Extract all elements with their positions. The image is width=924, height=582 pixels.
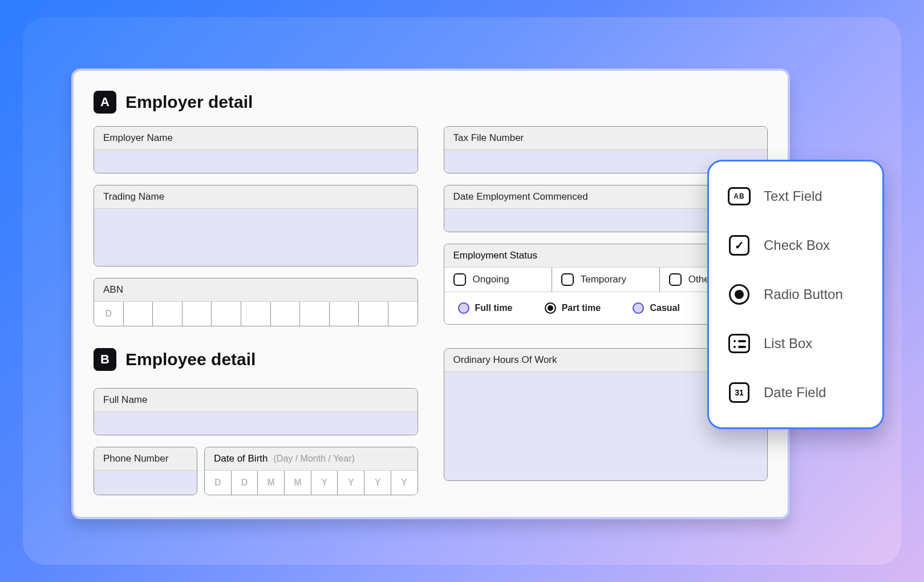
date-field-icon: 31 <box>727 381 751 405</box>
phone-input[interactable] <box>94 471 197 495</box>
phone-label: Phone Number <box>94 447 197 471</box>
section-b-badge: B <box>94 348 116 371</box>
dob-cell[interactable]: D <box>232 471 258 495</box>
menu-label: Date Field <box>764 385 826 401</box>
dob-cell[interactable]: Y <box>364 471 391 495</box>
abn-cell[interactable]: D <box>94 302 124 326</box>
section-a-title: Employer detail <box>125 92 253 112</box>
abn-cell[interactable] <box>153 302 183 326</box>
dob-cell[interactable]: M <box>285 471 311 495</box>
radio-label: Part time <box>562 303 601 313</box>
abn-cell[interactable] <box>388 302 418 326</box>
abn-cell[interactable] <box>359 302 388 326</box>
dob-label: Date of Birth <box>214 453 268 464</box>
trading-name-input[interactable] <box>94 209 418 266</box>
employer-name-input[interactable] <box>94 150 418 173</box>
abn-cell[interactable] <box>212 302 241 326</box>
section-a-badge: A <box>94 91 116 114</box>
abn-cell[interactable] <box>300 302 330 326</box>
abn-field: ABN D <box>94 278 418 326</box>
menu-label: Check Box <box>764 237 830 253</box>
status-radio-fulltime[interactable]: Full time <box>458 302 513 314</box>
dob-cell[interactable]: Y <box>338 471 364 495</box>
phone-field: Phone Number <box>94 447 197 495</box>
abn-cell[interactable] <box>241 302 271 326</box>
menu-item-text-field[interactable]: AB Text Field <box>723 175 869 217</box>
dob-grid[interactable]: D D M M Y Y Y Y <box>205 471 418 495</box>
status-check-temporary[interactable]: Temporary <box>552 268 660 292</box>
abn-label: ABN <box>94 278 418 302</box>
menu-label: Text Field <box>764 188 822 204</box>
abn-cell[interactable] <box>271 302 301 326</box>
radio-icon <box>545 302 556 314</box>
menu-label: Radio Button <box>764 286 843 302</box>
stage: A Employer detail Employer Name Trading … <box>23 17 901 565</box>
full-name-input[interactable] <box>94 412 418 435</box>
section-b-title: Employee detail <box>125 350 256 369</box>
radio-button-icon <box>727 282 751 306</box>
dob-cell[interactable]: M <box>258 471 285 495</box>
checkbox-icon <box>669 273 682 286</box>
abn-cell[interactable] <box>183 302 212 326</box>
menu-item-radio-button[interactable]: Radio Button <box>723 273 869 316</box>
full-name-label: Full Name <box>94 389 418 412</box>
full-name-field: Full Name <box>94 388 418 435</box>
status-radio-casual[interactable]: Casual <box>633 302 679 314</box>
menu-label: List Box <box>764 336 812 351</box>
trading-name-label: Trading Name <box>94 185 418 209</box>
dob-cell[interactable]: Y <box>311 471 338 495</box>
list-box-icon <box>727 332 751 355</box>
status-radio-parttime[interactable]: Part time <box>545 302 601 314</box>
checkbox-icon <box>453 273 466 286</box>
menu-item-list-box[interactable]: List Box <box>723 322 869 365</box>
employer-name-label: Employer Name <box>94 127 418 150</box>
employer-name-field: Employer Name <box>94 126 418 173</box>
radio-icon <box>633 302 644 314</box>
abn-cell[interactable] <box>124 302 153 326</box>
abn-cell[interactable] <box>330 302 359 326</box>
radio-label: Full time <box>475 303 513 313</box>
abn-grid[interactable]: D <box>94 302 418 326</box>
dob-cell[interactable]: Y <box>391 471 418 495</box>
checkbox-label: Ongoing <box>473 274 509 285</box>
section-b-header: B Employee detail <box>94 348 418 371</box>
status-check-ongoing[interactable]: Ongoing <box>444 268 552 292</box>
check-box-icon: ✓ <box>727 233 751 257</box>
radio-icon <box>458 302 469 314</box>
dob-hint: (Day / Month / Year) <box>274 454 355 464</box>
form-card: A Employer detail Employer Name Trading … <box>71 68 790 519</box>
dob-field: Date of Birth (Day / Month / Year) D D M… <box>204 447 418 495</box>
section-a-header: A Employer detail <box>94 91 768 114</box>
checkbox-label: Temporary <box>581 274 626 285</box>
field-type-menu: AB Text Field ✓ Check Box Radio Button L… <box>707 160 884 429</box>
menu-item-check-box[interactable]: ✓ Check Box <box>723 224 869 266</box>
checkbox-icon <box>561 273 574 286</box>
tfn-label: Tax File Number <box>444 127 768 150</box>
trading-name-field: Trading Name <box>94 185 418 266</box>
radio-label: Casual <box>650 303 679 313</box>
text-field-icon: AB <box>727 184 751 208</box>
dob-cell[interactable]: D <box>205 471 232 495</box>
menu-item-date-field[interactable]: 31 Date Field <box>723 371 869 414</box>
